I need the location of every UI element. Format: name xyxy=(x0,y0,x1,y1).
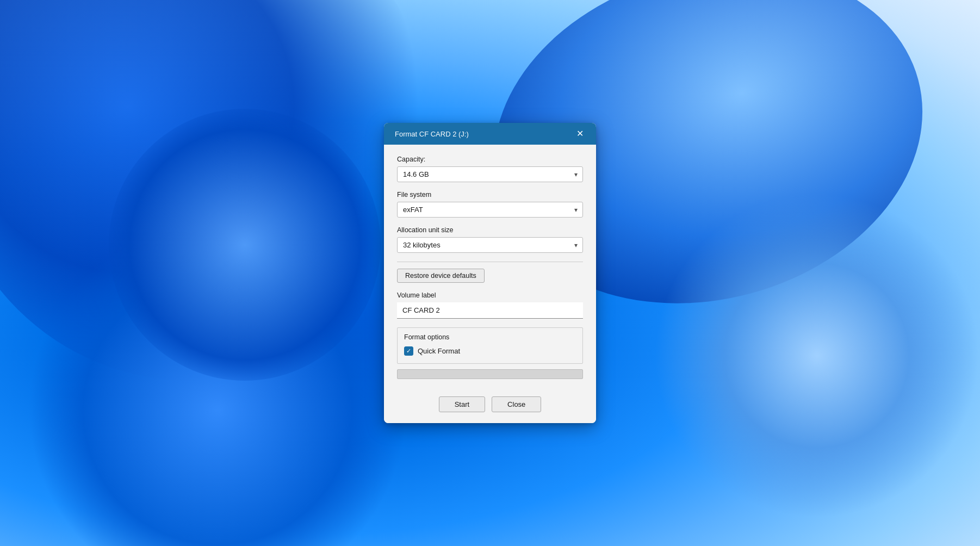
allocation-unit-label: Allocation unit size xyxy=(397,226,583,234)
allocation-unit-group: Allocation unit size 32 kilobytes xyxy=(397,226,583,253)
dialog-body: Capacity: 14.6 GB File system exFAT xyxy=(384,145,596,390)
quick-format-row: ✓ Quick Format xyxy=(404,346,576,356)
capacity-select-wrapper: 14.6 GB xyxy=(397,166,583,182)
file-system-label: File system xyxy=(397,191,583,198)
volume-label-label: Volume label xyxy=(397,291,583,299)
close-icon[interactable]: ✕ xyxy=(572,127,587,140)
progress-bar-container xyxy=(397,369,583,379)
volume-label-input[interactable] xyxy=(397,302,583,319)
capacity-label: Capacity: xyxy=(397,156,583,163)
restore-defaults-button[interactable]: Restore device defaults xyxy=(397,269,485,283)
start-button[interactable]: Start xyxy=(439,396,485,412)
format-options-border: Format options ✓ Quick Format xyxy=(397,327,583,364)
format-options-section: Format options ✓ Quick Format xyxy=(397,327,583,379)
file-system-group: File system exFAT xyxy=(397,191,583,218)
capacity-select[interactable]: 14.6 GB xyxy=(397,166,583,182)
capacity-group: Capacity: 14.6 GB xyxy=(397,156,583,182)
dialog-overlay: Format CF CARD 2 (J:) ✕ Capacity: 14.6 G… xyxy=(0,0,980,546)
dialog-title: Format CF CARD 2 (J:) xyxy=(395,130,469,138)
quick-format-checkbox[interactable]: ✓ xyxy=(404,346,413,356)
format-dialog: Format CF CARD 2 (J:) ✕ Capacity: 14.6 G… xyxy=(384,123,596,423)
dialog-footer: Start Close xyxy=(384,390,596,423)
file-system-select[interactable]: exFAT xyxy=(397,202,583,218)
allocation-unit-select[interactable]: 32 kilobytes xyxy=(397,237,583,253)
format-options-label: Format options xyxy=(404,333,576,341)
allocation-unit-select-wrapper: 32 kilobytes xyxy=(397,237,583,253)
close-button[interactable]: Close xyxy=(492,396,541,412)
quick-format-label: Quick Format xyxy=(418,347,460,355)
divider-1 xyxy=(397,262,583,262)
checkmark-icon: ✓ xyxy=(406,348,411,354)
volume-label-group: Volume label xyxy=(397,291,583,319)
file-system-select-wrapper: exFAT xyxy=(397,202,583,218)
dialog-titlebar: Format CF CARD 2 (J:) ✕ xyxy=(384,123,596,145)
